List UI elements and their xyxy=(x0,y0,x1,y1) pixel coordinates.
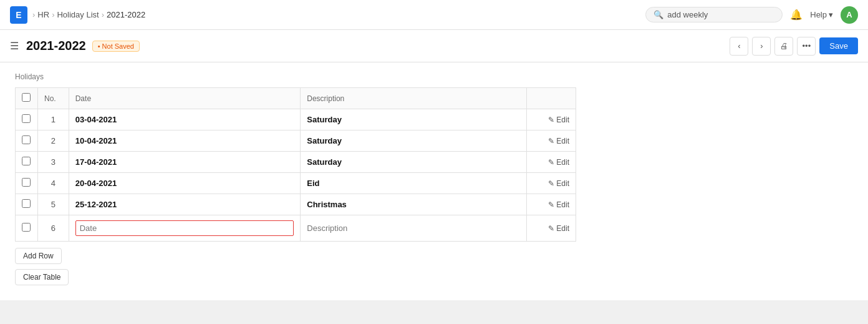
breadcrumb-hr[interactable]: HR xyxy=(37,10,49,19)
menu-icon[interactable]: ☰ xyxy=(10,40,19,52)
table-body: 1 03-04-2021 Saturday ✎ Edit 2 10-04-202… xyxy=(16,109,576,242)
table-row: 3 17-04-2021 Saturday ✎ Edit xyxy=(16,152,576,173)
not-saved-badge: • Not Saved xyxy=(92,41,140,52)
search-icon: 🔍 xyxy=(653,10,663,19)
row-check xyxy=(16,215,38,242)
search-input[interactable] xyxy=(667,10,774,19)
row-action: ✎ Edit xyxy=(526,130,576,152)
table-row: 5 25-12-2021 Christmas ✎ Edit xyxy=(16,194,576,215)
row-action: ✎ Edit xyxy=(526,109,576,130)
description-input[interactable] xyxy=(307,223,520,233)
header-no: No. xyxy=(37,88,69,109)
header-action xyxy=(526,88,576,109)
row-no: 5 xyxy=(37,194,69,215)
table-row: 6 ✎ Edit xyxy=(16,215,576,242)
row-date-input-cell xyxy=(69,215,301,242)
row-date: 03-04-2021 xyxy=(69,109,301,130)
row-check xyxy=(16,130,38,152)
breadcrumb-current: 2021-2022 xyxy=(107,10,145,19)
header-actions: ‹ › 🖨 ••• Save xyxy=(730,37,858,56)
row-checkbox[interactable] xyxy=(22,135,31,144)
top-nav: E › HR › Holiday List › 2021-2022 🔍 🔔 He… xyxy=(0,0,868,30)
row-no: 6 xyxy=(37,215,69,242)
row-action: ✎ Edit xyxy=(526,173,576,194)
row-date: 10-04-2021 xyxy=(69,130,301,152)
row-no: 1 xyxy=(37,109,69,130)
row-description: Saturday xyxy=(301,152,527,173)
save-button[interactable]: Save xyxy=(819,37,858,54)
breadcrumb: › HR › Holiday List › 2021-2022 xyxy=(32,10,145,19)
date-input[interactable] xyxy=(75,220,294,236)
row-no: 2 xyxy=(37,130,69,152)
avatar[interactable]: A xyxy=(841,6,858,24)
main-content: Holidays No. Date Description xyxy=(0,62,868,324)
row-no: 4 xyxy=(37,173,69,194)
more-options-button[interactable]: ••• xyxy=(797,37,816,56)
search-bar: 🔍 xyxy=(645,7,783,22)
row-description: Saturday xyxy=(301,130,527,152)
header-date: Date xyxy=(69,88,301,109)
row-date: 17-04-2021 xyxy=(69,152,301,173)
row-date: 20-04-2021 xyxy=(69,173,301,194)
page-title: 2021-2022 xyxy=(26,39,86,53)
row-desc-input-cell xyxy=(301,215,527,242)
app-logo[interactable]: E xyxy=(10,6,27,24)
edit-button[interactable]: ✎ Edit xyxy=(548,224,569,233)
header-description: Description xyxy=(301,88,527,109)
edit-button[interactable]: ✎ Edit xyxy=(548,158,569,167)
help-label: Help xyxy=(810,10,827,19)
print-button[interactable]: 🖨 xyxy=(774,37,793,56)
row-checkbox[interactable] xyxy=(22,223,31,232)
row-description: Eid xyxy=(301,173,527,194)
nav-actions: 🔔 Help ▾ A xyxy=(790,6,858,24)
table-row: 1 03-04-2021 Saturday ✎ Edit xyxy=(16,109,576,130)
row-no: 3 xyxy=(37,152,69,173)
breadcrumb-sep-0: › xyxy=(32,10,35,19)
edit-button[interactable]: ✎ Edit xyxy=(548,137,569,145)
row-check xyxy=(16,194,38,215)
back-button[interactable]: ‹ xyxy=(730,37,748,56)
content-panel: Holidays No. Date Description xyxy=(0,62,868,300)
holidays-section-label: Holidays xyxy=(15,72,853,81)
row-checkbox[interactable] xyxy=(22,114,31,123)
row-action: ✎ Edit xyxy=(526,152,576,173)
row-action: ✎ Edit xyxy=(526,194,576,215)
edit-button[interactable]: ✎ Edit xyxy=(548,115,569,124)
table-row: 4 20-04-2021 Eid ✎ Edit xyxy=(16,173,576,194)
row-description: Saturday xyxy=(301,109,527,130)
notification-bell-icon[interactable]: 🔔 xyxy=(790,9,803,21)
row-checkbox[interactable] xyxy=(22,157,31,165)
row-check xyxy=(16,152,38,173)
breadcrumb-sep-1: › xyxy=(52,10,54,19)
edit-button[interactable]: ✎ Edit xyxy=(548,200,569,209)
select-all-checkbox[interactable] xyxy=(22,93,31,102)
help-menu[interactable]: Help ▾ xyxy=(810,10,833,19)
row-checkbox[interactable] xyxy=(22,178,31,187)
forward-button[interactable]: › xyxy=(752,37,771,56)
row-check xyxy=(16,109,38,130)
holidays-table: No. Date Description 1 xyxy=(15,87,576,242)
table-header: No. Date Description xyxy=(16,88,576,109)
row-description: Christmas xyxy=(301,194,527,215)
row-action: ✎ Edit xyxy=(526,215,576,242)
breadcrumb-holiday-list[interactable]: Holiday List xyxy=(57,10,99,19)
row-date: 25-12-2021 xyxy=(69,194,301,215)
breadcrumb-sep-2: › xyxy=(102,10,104,19)
help-chevron-icon: ▾ xyxy=(829,10,833,19)
clear-table-button[interactable]: Clear Table xyxy=(15,269,69,285)
row-checkbox[interactable] xyxy=(22,199,31,208)
table-row: 2 10-04-2021 Saturday ✎ Edit xyxy=(16,130,576,152)
header-check xyxy=(16,88,38,109)
row-check xyxy=(16,173,38,194)
page-header: ☰ 2021-2022 • Not Saved ‹ › 🖨 ••• Save xyxy=(0,30,868,62)
add-row-button[interactable]: Add Row xyxy=(15,248,62,264)
edit-button[interactable]: ✎ Edit xyxy=(548,179,569,188)
